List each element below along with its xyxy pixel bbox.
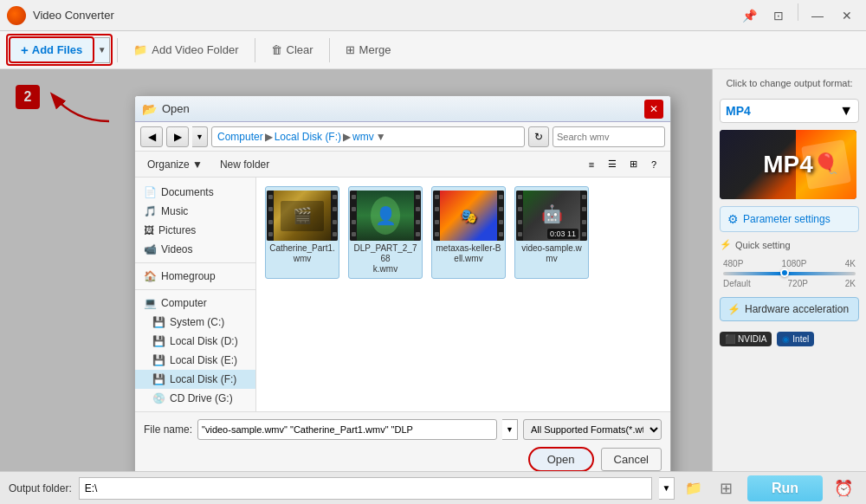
quality-slider-thumb [780,268,789,277]
pin-button[interactable]: 📌 [737,3,761,28]
drive-f-label: Local Disk (F:) [170,373,236,385]
clear-button[interactable]: 🗑 Clear [262,39,322,61]
merge-icon: ⊞ [346,43,355,56]
sidebar-item-pictures[interactable]: 🖼 Pictures [135,221,255,240]
new-folder-button[interactable]: New folder [215,157,275,172]
film-strip-right [331,191,338,241]
merge-button[interactable]: ⊞ Merge [337,39,400,61]
homegroup-icon: 🏠 [144,270,157,282]
view-detail-button[interactable]: ☰ [603,155,622,174]
documents-icon: 📄 [144,186,157,198]
output-format-hint: Click to change output format: [720,78,859,92]
toolbar: + Add Files ▼ 📁 Add Video Folder 🗑 Clear… [0,31,866,69]
dialog-title-bar: 📂 Open ✕ [135,96,670,122]
search-bar: 🔍 [553,126,665,147]
file-item[interactable]: 0:03 11 🤖 [514,186,589,279]
sidebar-item-videos[interactable]: 📹 Videos [135,240,255,259]
nvidia-badge: ⬛ NVIDIA [720,332,772,346]
close-button[interactable]: ✕ [835,3,859,28]
homegroup-label: Homegroup [161,270,216,282]
pictures-label: Pictures [158,224,196,236]
dialog-close-button[interactable]: ✕ [644,100,663,119]
file-item[interactable]: 🎬 C [265,186,339,279]
search-input[interactable] [553,132,665,142]
nav-back-button[interactable]: ◀ [140,126,163,147]
file-name-3: metaxas-keller-Bell.wmv [436,243,501,264]
view-icon-button[interactable]: ⊞ [624,155,643,174]
sidebar-item-drive-f[interactable]: 💾 Local Disk (F:) [135,370,255,389]
clear-label: Clear [287,43,313,56]
dialog-cancel-button[interactable]: Cancel [601,448,662,471]
add-video-folder-label: Add Video Folder [152,43,238,56]
quality-slider[interactable] [723,272,856,275]
format-selector[interactable]: MP4 ▼ [720,99,859,123]
dialog-overlay: 📂 Open ✕ ◀ ▶ ▼ Computer ▶ Local Disk (F:… [0,69,712,471]
sidebar-item-drive-e[interactable]: 💾 Local Disk (E:) [135,351,255,370]
content-area: 2 📂 Open ✕ [0,69,712,471]
sidebar-divider-1 [135,262,255,263]
open-output-folder-button[interactable]: 📁 [682,476,706,501]
sidebar-item-drive-g[interactable]: 💿 CD Drive (G:) [135,389,255,408]
open-dialog: 📂 Open ✕ ◀ ▶ ▼ Computer ▶ Local Disk (F:… [134,95,671,471]
dialog-footer: File name: ▼ All Supported Formats(*.wtv… [135,411,670,471]
title-bar: Video Converter 📌 ⊡ — ✕ [0,0,866,31]
sidebar-item-documents[interactable]: 📄 Documents [135,183,255,202]
add-files-label: Add Files [32,43,83,56]
nav-forward-button[interactable]: ▶ [166,126,189,147]
file-type-select[interactable]: All Supported Formats(*.wtv;*.c [523,419,662,440]
output-path-dropdown[interactable]: ▼ [659,477,675,500]
breadcrumb-folder: wmv [352,131,374,143]
nav-refresh-button[interactable]: ↻ [528,126,549,147]
add-files-button[interactable]: + Add Files [9,36,94,63]
help-button[interactable]: ? [644,155,663,174]
file-name-dropdown-button[interactable]: ▼ [502,419,518,440]
dialog-open-button[interactable]: Open [528,447,594,471]
dialog-body: 📄 Documents 🎵 Music 🖼 Pictures 📹 [135,178,670,411]
file-name-input[interactable] [197,419,497,440]
organize-label: Organize ▼ [147,158,203,171]
add-video-folder-button[interactable]: 📁 Add Video Folder [125,39,247,61]
music-label: Music [161,205,188,217]
breadcrumb: Computer ▶ Local Disk (F:) ▶ wmv ▼ [211,126,525,147]
file-item[interactable]: 👤 DLP_PART_2_768k.wmv [348,186,423,279]
sidebar-item-drive-d[interactable]: 💾 Local Disk (D:) [135,332,255,351]
sidebar-item-computer[interactable]: 💻 Computer [135,294,255,313]
hardware-acceleration-button[interactable]: ⚡ Hardware acceleration [720,297,859,321]
run-button[interactable]: Run [747,475,823,501]
file-thumbnail: 👤 [350,191,421,241]
file-thumbnail: 🎭 [433,191,504,241]
taskbar-button[interactable]: ⊡ [766,3,791,28]
sidebar-item-homegroup[interactable]: 🏠 Homegroup [135,267,255,286]
dialog-title-text: Open [162,102,644,115]
file-name-label: File name: [144,423,192,436]
minimize-button[interactable]: — [805,3,830,28]
app-title: Video Converter [33,9,737,22]
nav-down-button[interactable]: ▼ [192,126,208,147]
file-item[interactable]: 🎭 metaxas-keller-Bell.wmv [431,186,506,279]
drive-g-label: CD Drive (G:) [170,392,233,404]
file-name-1: Catherine_Part1.wmv [269,243,335,264]
file-thumbnail: 0:03 11 🤖 [516,191,587,241]
film-strip-left [433,191,440,241]
dialog-footer-row1: File name: ▼ All Supported Formats(*.wtv… [144,419,662,440]
nvidia-icon: ⬛ [725,334,735,344]
view-buttons: ≡ ☰ ⊞ ? [582,155,663,174]
organize-button[interactable]: Organize ▼ [142,157,208,172]
computer-label: Computer [161,297,207,309]
view-list-button[interactable]: ≡ [582,155,601,174]
drive-c-label: System (C:) [170,316,224,328]
output-path-input[interactable] [79,477,652,500]
window-controls: 📌 ⊡ — ✕ [737,3,859,28]
main-area: 2 📂 Open ✕ [0,69,866,471]
parameter-settings-button[interactable]: ⚙ Parameter settings [720,206,859,232]
sidebar-item-drive-c[interactable]: 💾 System (C:) [135,313,255,332]
sidebar-item-music[interactable]: 🎵 Music [135,202,255,221]
right-panel: Click to change output format: MP4 ▼ 🎈 M… [712,69,866,471]
breadcrumb-computer: Computer [217,131,263,143]
output-action-button[interactable]: ⊞ [713,476,740,501]
film-strip-left [516,191,523,241]
alarm-button[interactable]: ⏰ [830,476,857,501]
film-strip-left [350,191,357,241]
dialog-toolbar: Organize ▼ New folder ≡ ☰ ⊞ ? [135,152,670,178]
add-files-dropdown[interactable]: ▼ [94,37,110,63]
